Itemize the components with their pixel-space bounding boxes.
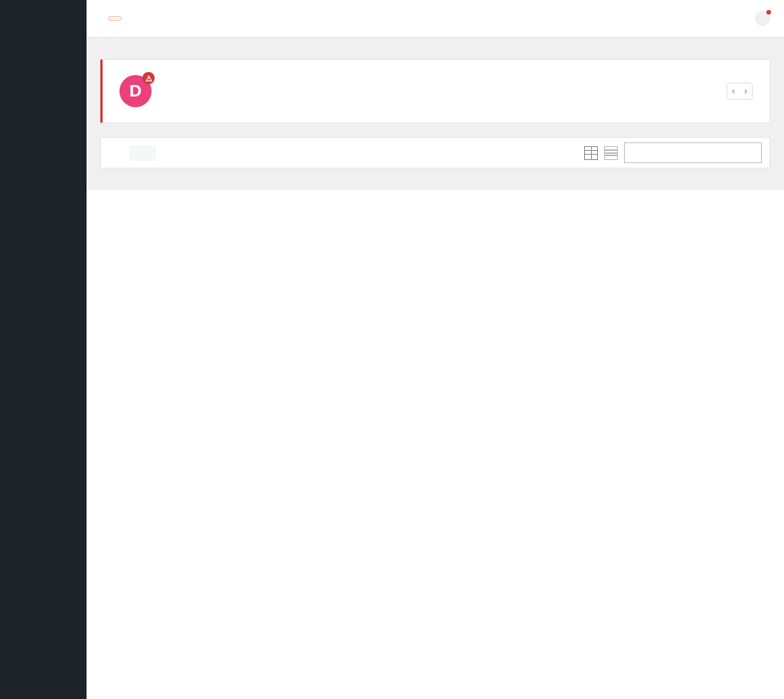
filter-bar <box>100 137 770 168</box>
list-view-icon[interactable] <box>604 146 618 160</box>
brand <box>100 16 122 21</box>
tab-active[interactable] <box>129 145 156 161</box>
help-icon[interactable] <box>755 11 770 26</box>
search-input[interactable] <box>624 142 762 163</box>
main-content: D ‹ › <box>87 0 784 699</box>
topbar <box>87 0 784 38</box>
wp-admin-sidebar <box>0 0 87 699</box>
notice-banner: D ‹ › <box>100 59 770 123</box>
banner-pager[interactable]: ‹ › <box>727 83 753 100</box>
tab-all[interactable] <box>101 145 129 161</box>
grid-view-icon[interactable] <box>584 146 598 160</box>
chevron-right-icon[interactable]: › <box>744 86 747 96</box>
version-badge <box>108 16 122 21</box>
chevron-left-icon[interactable]: ‹ <box>732 86 735 96</box>
tab-inactive[interactable] <box>156 145 184 161</box>
dokan-icon: D <box>119 75 152 107</box>
